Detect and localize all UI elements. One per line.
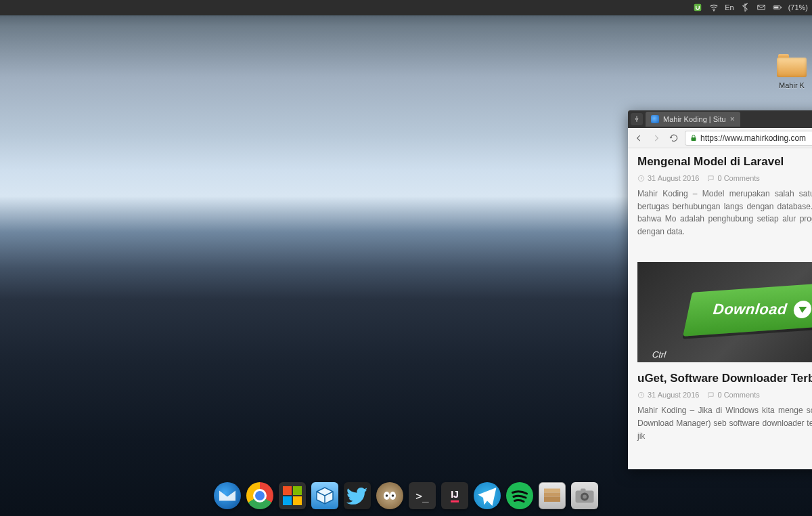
browser-titlebar[interactable]: Mahir Koding | Situ × bbox=[628, 110, 812, 128]
dock-virtualbox[interactable] bbox=[311, 482, 338, 509]
dock-screenshot[interactable] bbox=[571, 482, 598, 509]
svg-point-18 bbox=[583, 495, 587, 499]
url-field[interactable]: https://www.mahirkoding.com bbox=[685, 131, 812, 146]
svg-rect-14 bbox=[544, 493, 560, 497]
dock-files[interactable] bbox=[539, 482, 566, 509]
forward-button[interactable] bbox=[650, 131, 663, 145]
tab-favicon bbox=[651, 115, 659, 123]
folder-icon bbox=[777, 54, 807, 77]
dock-chrome[interactable] bbox=[246, 482, 273, 509]
battery-percent: (71%) bbox=[788, 3, 808, 12]
post2-image[interactable]: Download Ctrl bbox=[637, 262, 812, 362]
comment-icon bbox=[707, 391, 715, 399]
post2-comments[interactable]: 0 Comments bbox=[707, 391, 759, 399]
back-button[interactable] bbox=[632, 131, 646, 145]
battery-icon[interactable] bbox=[772, 2, 783, 13]
post1-comments[interactable]: 0 Comments bbox=[707, 174, 759, 182]
reload-button[interactable] bbox=[667, 131, 681, 145]
dock: >_ IJ bbox=[210, 479, 602, 512]
svg-rect-2 bbox=[757, 5, 765, 10]
tab-title: Mahir Koding | Situ bbox=[663, 115, 726, 123]
dock-twitter[interactable] bbox=[344, 482, 371, 509]
svg-rect-13 bbox=[544, 489, 560, 493]
dock-telegram[interactable] bbox=[474, 482, 501, 509]
post1-title[interactable]: Mengenal Model di Laravel bbox=[637, 155, 812, 169]
top-panel: En (71%) bbox=[0, 0, 812, 15]
mail-icon[interactable] bbox=[756, 2, 767, 13]
svg-rect-19 bbox=[581, 489, 586, 492]
clock-icon bbox=[637, 175, 645, 182]
svg-rect-5 bbox=[780, 7, 781, 8]
post2-title[interactable]: uGet, Software Downloader Terbaik di Lin bbox=[637, 372, 812, 385]
pin-icon[interactable] bbox=[631, 113, 643, 125]
comment-icon bbox=[707, 175, 715, 182]
post1-date: 31 August 2016 bbox=[637, 174, 699, 182]
ctrl-key-label: Ctrl bbox=[652, 349, 667, 360]
lock-icon bbox=[690, 134, 698, 142]
uget-indicator-icon[interactable] bbox=[692, 2, 703, 13]
dock-thunderbird[interactable] bbox=[214, 482, 241, 509]
tab-close-icon[interactable]: × bbox=[730, 114, 735, 124]
svg-point-11 bbox=[386, 494, 388, 497]
svg-point-12 bbox=[392, 494, 394, 497]
url-text: https://www.mahirkoding.com bbox=[700, 133, 806, 143]
wifi-icon[interactable] bbox=[708, 2, 719, 13]
dock-spotify[interactable] bbox=[506, 482, 533, 509]
svg-rect-6 bbox=[692, 137, 696, 141]
dock-terminal[interactable]: >_ bbox=[409, 482, 436, 509]
page-content: Mengenal Model di Laravel 31 August 2016… bbox=[628, 148, 812, 469]
download-key-label: Download bbox=[712, 301, 788, 318]
dock-intellij[interactable]: IJ bbox=[441, 482, 468, 509]
svg-point-1 bbox=[713, 10, 715, 12]
post2-date: 31 August 2016 bbox=[637, 391, 699, 399]
post2-body: Mahir Koding – Jika di Windows kita meng… bbox=[637, 404, 812, 442]
svg-rect-4 bbox=[774, 7, 778, 9]
browser-window: Mahir Koding | Situ × https://www.mahirk… bbox=[628, 110, 812, 469]
desktop-folder-label: Mahir K bbox=[779, 81, 805, 89]
svg-rect-0 bbox=[694, 4, 702, 12]
desktop-folder[interactable]: Mahir K bbox=[771, 54, 812, 91]
dock-tiles[interactable] bbox=[279, 482, 306, 509]
svg-rect-15 bbox=[544, 497, 560, 502]
language-indicator[interactable]: En bbox=[725, 3, 734, 12]
address-bar: https://www.mahirkoding.com ☆ bbox=[628, 128, 812, 148]
browser-tab[interactable]: Mahir Koding | Situ × bbox=[646, 112, 740, 127]
dock-gimp[interactable] bbox=[376, 482, 403, 509]
bluetooth-icon[interactable] bbox=[740, 2, 750, 13]
download-arrow-icon bbox=[792, 301, 812, 318]
post1-body: Mahir Koding – Model merupakan salah sat… bbox=[637, 188, 812, 238]
clock-icon bbox=[637, 391, 645, 399]
